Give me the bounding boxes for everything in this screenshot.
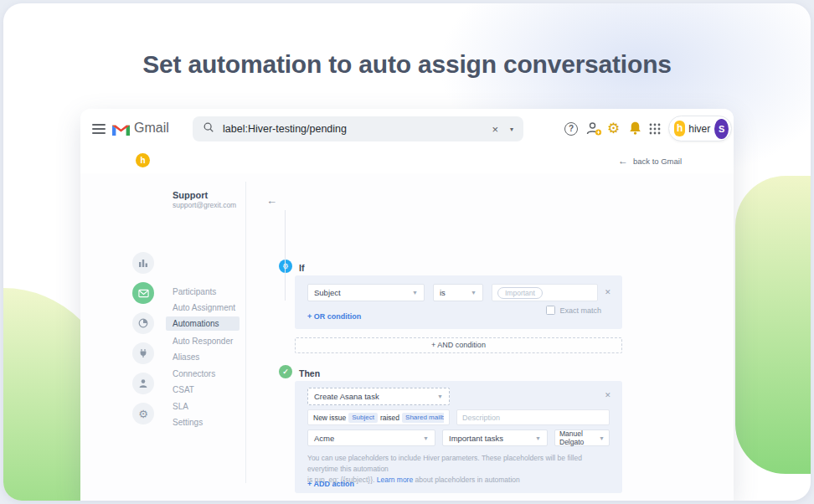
settings-content: ⚙ Support support@grexit.com Participant… [80, 173, 734, 501]
action-type-select[interactable]: Create Asana task ▼ [307, 388, 450, 405]
hiver-logo-icon: h [674, 121, 685, 136]
page-canvas: Set automation to auto assign conversati… [3, 3, 811, 501]
chevron-down-icon: ▼ [599, 435, 605, 441]
hiver-subheader: h ← back to Gmail [80, 149, 734, 174]
stage: Set automation to auto assign conversati… [0, 0, 814, 504]
sidebar-divider [245, 182, 246, 483]
search-input[interactable]: label:Hiver-testing/pending [223, 123, 492, 135]
chevron-down-icon: ▼ [423, 435, 429, 441]
chevron-down-icon: ▼ [437, 393, 443, 399]
account-supervised-icon[interactable] [586, 121, 602, 140]
back-to-gmail-link[interactable]: ← back to Gmail [618, 155, 682, 167]
subject-placeholder-chip[interactable]: Subject [348, 413, 378, 423]
condition-value-input[interactable]: Important [492, 284, 598, 301]
sidebar-item-automations[interactable]: Automations [166, 316, 240, 331]
hiver-pill-label: hiver [688, 123, 710, 135]
or-condition-link[interactable]: + OR condition [307, 312, 361, 321]
mailbox-name: Support [173, 190, 208, 200]
sidebar-item-settings[interactable]: Settings [173, 418, 203, 427]
google-apps-grid-icon[interactable] [649, 123, 661, 138]
hiver-profile-pill[interactable]: h hiver S [668, 116, 732, 141]
search-icon [203, 121, 214, 136]
and-condition-button[interactable]: + AND condition [295, 337, 622, 353]
assignee-select[interactable]: Manuel Delgato ▼ [554, 429, 610, 446]
step-connector-line [285, 210, 286, 301]
task-title-input[interactable]: New issue Subject raised Shared mailbox [307, 409, 450, 425]
add-action-link[interactable]: + ADD action [307, 480, 354, 488]
gmail-header: Gmail label:Hiver-testing/pending × ▾ ? [80, 109, 734, 149]
notification-bell-icon[interactable] [628, 121, 642, 140]
section-select[interactable]: Important tasks ▼ [442, 429, 548, 446]
learn-more-link[interactable]: Learn more [377, 476, 413, 484]
page-title: Set automation to auto assign conversati… [3, 50, 811, 79]
back-arrow-icon: ← [618, 155, 628, 167]
chevron-down-icon: ▼ [412, 290, 418, 296]
if-condition-panel: Subject ▼ is ▼ Important ✕ Exact match [295, 275, 622, 329]
then-action-panel: Create Asana task ▼ ✕ New issue Subject … [295, 381, 622, 493]
help-icon[interactable]: ? [564, 122, 578, 136]
sidebar-item-participants[interactable]: Participants [173, 287, 216, 296]
if-step-icon: ⚙ [279, 260, 292, 273]
connector-plug-icon[interactable] [132, 342, 154, 364]
settings-rail-gear-icon[interactable]: ⚙ [132, 403, 154, 424]
analytics-icon[interactable] [132, 252, 154, 274]
sidebar-item-aliases[interactable]: Aliases [173, 352, 199, 362]
sidebar-item-csat[interactable]: CSAT [173, 385, 194, 394]
remove-action-icon[interactable]: ✕ [605, 391, 611, 399]
sidebar-item-auto-responder[interactable]: Auto Responder [173, 337, 233, 346]
search-bar[interactable]: label:Hiver-testing/pending × ▾ [193, 116, 523, 141]
search-clear-icon[interactable]: × [492, 123, 498, 136]
mailbox-email: support@grexit.com [173, 201, 236, 209]
search-options-chevron-icon[interactable]: ▾ [510, 126, 513, 133]
gmail-logo-icon [112, 122, 130, 139]
sidebar-item-connectors[interactable]: Connectors [173, 369, 215, 378]
hamburger-menu-icon[interactable] [92, 124, 106, 134]
gmail-wordmark: Gmail [134, 121, 169, 136]
exact-match-checkbox[interactable] [546, 306, 555, 315]
browser-card: Gmail label:Hiver-testing/pending × ▾ ? [80, 109, 734, 501]
decor-blob-right [735, 176, 811, 474]
then-step-icon: ✓ [279, 365, 292, 378]
project-select[interactable]: Acme ▼ [307, 429, 435, 446]
automation-pie-icon[interactable] [132, 312, 154, 334]
exact-match-label: Exact match [559, 306, 601, 315]
condition-operator-select[interactable]: is ▼ [433, 284, 483, 301]
condition-field-select[interactable]: Subject ▼ [307, 284, 425, 301]
hiver-badge-icon: h [136, 153, 150, 167]
user-avatar[interactable]: S [714, 119, 729, 139]
chevron-down-icon: ▼ [471, 290, 477, 296]
remove-condition-icon[interactable]: ✕ [605, 288, 611, 296]
if-step-label: If [299, 263, 304, 273]
chevron-down-icon: ▼ [535, 435, 541, 441]
sidebar-item-auto-assignment[interactable]: Auto Assignment [173, 303, 235, 312]
exact-match-option[interactable]: Exact match [546, 306, 601, 315]
task-description-input[interactable]: Description [456, 409, 610, 425]
builder-back-arrow-icon[interactable]: ← [266, 194, 277, 207]
settings-gear-icon[interactable]: ⚙ [607, 120, 620, 137]
sidebar-item-sla[interactable]: SLA [173, 402, 188, 411]
then-step-label: Then [299, 368, 320, 378]
mailbox-icon[interactable] [132, 282, 154, 304]
condition-value-chip: Important [497, 287, 543, 299]
user-icon[interactable] [132, 373, 154, 394]
shared-mailbox-placeholder-chip[interactable]: Shared mailbox [402, 413, 444, 423]
